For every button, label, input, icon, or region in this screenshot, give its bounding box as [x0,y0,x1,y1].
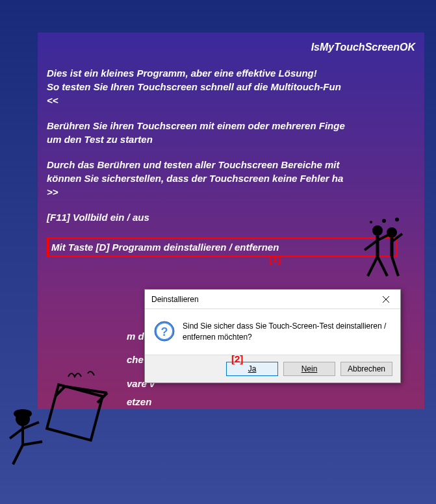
svg-point-11 [387,227,397,238]
touch-line1: Berühren Sie ihren Touchscreen mit einem… [47,119,415,132]
svg-text:?: ? [161,325,168,338]
svg-rect-25 [47,384,103,440]
intro-block: Dies ist ein kleines Programm, aber eine… [47,66,415,107]
svg-line-14 [392,257,398,276]
svg-line-23 [13,445,23,464]
svg-line-9 [368,257,378,276]
svg-line-10 [378,257,387,276]
dialog-title: Deinstallieren [151,295,199,304]
svg-line-7 [365,240,378,250]
dialog-body: ? Sind Sie sicher dass Sie Touch-Screen-… [145,309,400,355]
partial-line4: etzen [127,393,155,412]
touch-line2: um den Test zu starten [47,132,415,146]
cancel-label: Abbrechen [348,364,385,373]
no-label: Nein [301,364,318,373]
intro-line1: Dies ist ein kleines Programm, aber eine… [47,66,415,80]
svg-point-5 [372,225,383,236]
no-button[interactable]: Nein [283,362,335,376]
test-block: Durch das Berühren und testen aller Touc… [47,158,415,199]
svg-line-21 [10,429,23,438]
cancel-button[interactable]: Abbrechen [340,362,392,376]
question-icon: ? [154,321,175,342]
arrow-left: << [47,94,415,107]
annotation-1: [1] [269,253,281,264]
dialog-footer: Ja Nein Abbrechen [145,355,400,383]
touch-block: Berühren Sie ihren Touchscreen mit einem… [47,119,415,146]
dialog-titlebar: Deinstallieren [145,290,400,309]
test-line2: können Sie sicherstellen, dass der Touch… [47,171,415,185]
dialog-message: Sind Sie sicher dass Sie Touch-Screen-Te… [183,321,391,343]
annotation-2: [2] [231,353,243,364]
svg-point-15 [382,219,386,223]
uninstall-highlight: Mit Taste [D] Programm deinstallieren / … [47,237,398,257]
intro-line2: So testen Sie Ihren Touchscreen schnell … [47,80,415,94]
svg-line-24 [23,442,42,445]
app-title: IsMyTouchScreenOK [47,40,415,55]
test-line1: Durch das Berühren und testen aller Touc… [47,158,415,171]
svg-point-17 [370,221,372,223]
close-icon [383,296,389,303]
svg-point-16 [395,218,399,221]
yes-label: Ja [248,364,257,373]
decorative-figure-left [3,364,120,474]
uninstall-hint: Mit Taste [D] Programm deinstallieren / … [51,240,393,254]
arrow-right: >> [47,185,415,199]
uninstall-dialog: Deinstallieren ? Sind Sie sicher dass Si… [144,289,401,383]
svg-point-19 [15,410,31,417]
decorative-figure-right [352,214,410,292]
